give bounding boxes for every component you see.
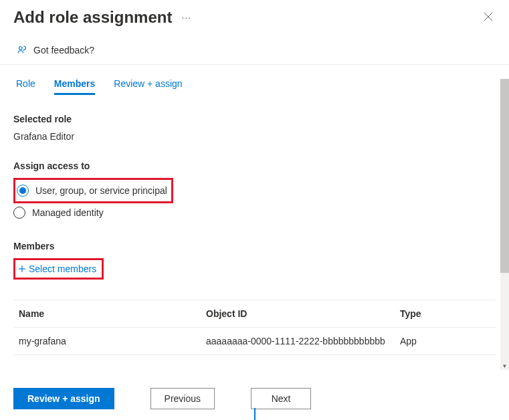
page-title: Add role assignment	[13, 8, 172, 27]
scrollbar-thumb[interactable]	[500, 79, 509, 273]
col-header-type: Type	[400, 308, 490, 319]
members-heading: Members	[13, 241, 496, 251]
highlight-select-members: Select members	[13, 258, 104, 280]
panel-header: Add role assignment ···	[0, 0, 509, 32]
tab-members[interactable]: Members	[54, 78, 95, 95]
select-members-link[interactable]: Select members	[17, 261, 98, 276]
close-button[interactable]	[481, 9, 496, 26]
cell-objectid: aaaaaaaa-0000-1111-2222-bbbbbbbbbbbb	[206, 336, 400, 346]
review-assign-button[interactable]: Review + assign	[13, 388, 114, 409]
select-members-label: Select members	[29, 264, 96, 274]
radio-icon	[17, 185, 29, 197]
scrollbar[interactable]: ▲ ▼	[500, 79, 509, 370]
assign-access-heading: Assign access to	[13, 161, 496, 171]
highlight-user-group: User, group, or service principal	[13, 178, 173, 203]
col-header-objectid: Object ID	[206, 308, 400, 319]
tab-role[interactable]: Role	[16, 78, 35, 95]
radio-user-group-principal[interactable]: User, group, or service principal	[17, 181, 167, 200]
table-header: Name Object ID Type	[13, 300, 496, 328]
radio-label: Managed identity	[32, 207, 104, 218]
cell-name: my-grafana	[19, 336, 206, 346]
table-row[interactable]: my-grafana aaaaaaaa-0000-1111-2222-bbbbb…	[13, 328, 496, 355]
tab-review-assign[interactable]: Review + assign	[114, 78, 182, 95]
tab-bar: Role Members Review + assign	[13, 65, 496, 95]
previous-button[interactable]: Previous	[150, 388, 215, 409]
assign-access-radio-group: User, group, or service principal Manage…	[13, 178, 496, 222]
selected-role-heading: Selected role	[13, 114, 496, 124]
radio-label: User, group, or service principal	[35, 185, 167, 196]
text-cursor	[254, 408, 256, 420]
feedback-label: Got feedback?	[33, 45, 94, 56]
svg-point-2	[19, 47, 23, 50]
radio-managed-identity[interactable]: Managed identity	[13, 203, 496, 222]
close-icon	[484, 12, 493, 21]
cell-type: App	[400, 336, 490, 346]
plus-icon	[18, 265, 26, 273]
content-scroll: Role Members Review + assign Selected ro…	[0, 65, 509, 362]
scroll-down-icon[interactable]: ▼	[500, 362, 509, 370]
selected-role-value: Grafana Editor	[13, 131, 496, 142]
members-table: Name Object ID Type my-grafana aaaaaaaa-…	[13, 300, 496, 355]
next-button[interactable]: Next	[251, 388, 311, 409]
more-icon[interactable]: ···	[181, 12, 191, 23]
feedback-link[interactable]: Got feedback?	[0, 32, 509, 64]
col-header-name: Name	[19, 308, 206, 319]
feedback-icon	[16, 44, 28, 56]
radio-icon	[13, 207, 25, 219]
